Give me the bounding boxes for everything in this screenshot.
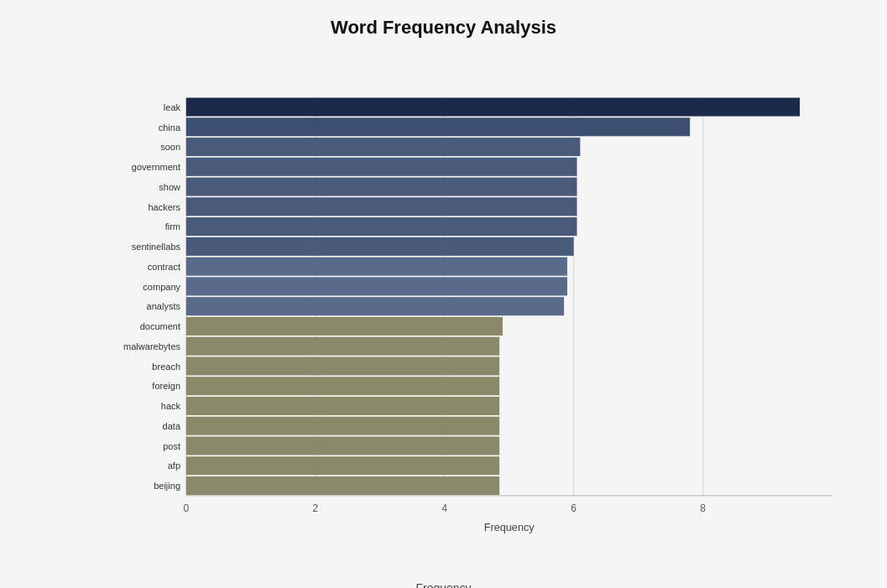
svg-text:hack: hack — [161, 401, 181, 411]
svg-rect-18 — [186, 178, 577, 196]
svg-rect-26 — [186, 258, 567, 276]
svg-rect-36 — [186, 356, 499, 375]
svg-text:4: 4 — [441, 502, 447, 514]
svg-rect-32 — [186, 317, 503, 336]
svg-text:government: government — [132, 162, 180, 172]
chart-title: Word Frequency Analysis — [34, 17, 853, 39]
svg-text:afp: afp — [168, 461, 180, 471]
svg-text:soon: soon — [160, 142, 180, 152]
svg-text:malwarebytes: malwarebytes — [123, 341, 180, 351]
svg-text:post: post — [163, 441, 180, 451]
svg-text:show: show — [159, 182, 180, 192]
svg-text:breach: breach — [152, 362, 180, 372]
svg-rect-46 — [186, 456, 499, 475]
svg-rect-14 — [186, 138, 581, 156]
svg-rect-38 — [186, 377, 499, 395]
svg-text:sentinellabs: sentinellabs — [132, 242, 181, 252]
svg-text:0: 0 — [184, 502, 190, 514]
svg-text:foreign: foreign — [152, 381, 180, 391]
chart-container: Word Frequency Analysis 02468leakchinaso… — [0, 0, 887, 588]
svg-text:2: 2 — [312, 502, 318, 514]
svg-rect-42 — [186, 417, 499, 435]
svg-text:Frequency: Frequency — [484, 521, 535, 533]
svg-rect-48 — [186, 476, 499, 495]
svg-rect-34 — [186, 337, 499, 356]
svg-text:8: 8 — [700, 502, 706, 514]
chart-svg: 02468leakchinasoongovernmentshowhackersf… — [101, 54, 853, 575]
svg-text:6: 6 — [571, 502, 577, 514]
svg-text:hackers: hackers — [148, 202, 180, 212]
svg-rect-40 — [186, 397, 499, 415]
svg-text:analysts: analysts — [147, 301, 181, 311]
svg-rect-20 — [186, 197, 577, 216]
svg-text:data: data — [163, 421, 181, 431]
svg-text:contract: contract — [148, 262, 180, 272]
svg-rect-12 — [186, 117, 690, 136]
svg-rect-10 — [186, 98, 800, 117]
svg-text:company: company — [143, 282, 180, 292]
svg-rect-44 — [186, 436, 499, 455]
svg-text:document: document — [140, 321, 180, 331]
svg-rect-16 — [186, 158, 577, 176]
svg-text:china: china — [159, 122, 181, 133]
x-axis-label: Frequency — [34, 581, 853, 588]
svg-rect-24 — [186, 237, 574, 256]
svg-text:leak: leak — [164, 102, 181, 112]
svg-text:firm: firm — [165, 221, 180, 232]
svg-rect-22 — [186, 217, 577, 236]
svg-rect-30 — [186, 297, 564, 315]
svg-rect-28 — [186, 277, 567, 295]
svg-text:beijing: beijing — [154, 481, 180, 491]
